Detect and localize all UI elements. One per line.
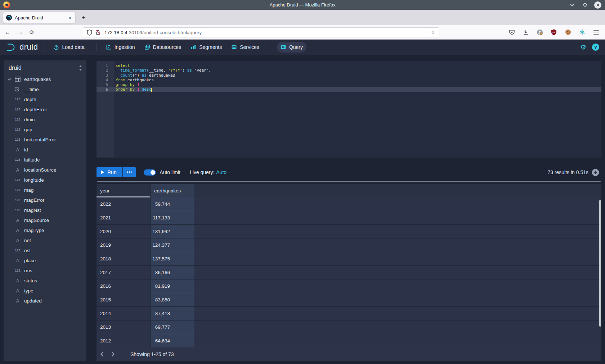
editor-line-4[interactable]: 4from earthquakes: [97, 78, 601, 82]
horizontal-scrollbar[interactable]: [97, 181, 601, 182]
maximize-icon[interactable]: [582, 2, 588, 8]
cell-earthquakes[interactable]: 124,377: [151, 238, 194, 252]
url-bar[interactable]: 172.18.0.4:30109/unified-console.html#qu…: [83, 27, 439, 37]
cell-earthquakes[interactable]: 86,166: [151, 266, 194, 279]
druid-logo-icon[interactable]: [6, 42, 17, 53]
downloads-icon[interactable]: [521, 28, 530, 37]
next-page-icon[interactable]: [107, 352, 118, 357]
editor-line-2[interactable]: 2 time_format(__time, 'YYYY') as "year",: [97, 68, 601, 73]
reload-icon[interactable]: ⟳: [30, 29, 34, 36]
cell-earthquakes[interactable]: 131,942: [151, 225, 194, 238]
table-item-earthquakes[interactable]: earthquakes: [4, 74, 86, 84]
cell-earthquakes[interactable]: 117,133: [151, 211, 194, 224]
column-name: magNst: [24, 208, 41, 213]
sql-editor[interactable]: 1select2 time_format(__time, 'YYYY') as …: [97, 61, 601, 158]
cell-earthquakes[interactable]: 81,919: [151, 279, 194, 293]
pocket-icon[interactable]: [507, 28, 516, 37]
column-item-status[interactable]: Astatus: [4, 276, 86, 286]
nav-services[interactable]: Services: [228, 42, 263, 53]
column-item-id[interactable]: Aid: [4, 145, 86, 155]
column-item-rms[interactable]: 123rms: [4, 265, 86, 276]
editor-line-6[interactable]: 6order by 1 desc: [97, 87, 601, 92]
back-icon[interactable]: ←: [4, 29, 12, 36]
auto-limit-toggle[interactable]: [144, 169, 156, 176]
column-item-depth[interactable]: 123depth: [4, 94, 86, 104]
nav-ingestion[interactable]: Ingestion: [102, 42, 139, 53]
cell-year[interactable]: 2015: [97, 293, 151, 306]
column-item-locationSource[interactable]: AlocationSource: [4, 165, 86, 175]
column-item-updated[interactable]: Aupdated: [4, 296, 86, 306]
cell-year[interactable]: 2017: [97, 266, 151, 279]
close-icon[interactable]: [594, 1, 601, 9]
nav-query[interactable]: Query: [277, 42, 306, 53]
run-more-button[interactable]: •••: [123, 167, 136, 177]
column-item-depthError[interactable]: 123depthError: [4, 104, 86, 114]
help-icon[interactable]: ?: [592, 44, 599, 51]
column-item-horizontalError[interactable]: 123horizontalError: [4, 135, 86, 145]
run-button[interactable]: Run: [97, 167, 122, 177]
column-header-year[interactable]: year: [97, 184, 151, 197]
nav-segments[interactable]: Segments: [187, 42, 225, 53]
cell-earthquakes[interactable]: 64,634: [151, 334, 194, 347]
forward-icon[interactable]: →: [17, 29, 24, 36]
column-item-gap[interactable]: 123gap: [4, 124, 86, 135]
chevron-down-icon[interactable]: [6, 78, 12, 81]
tab-close-icon[interactable]: ×: [67, 15, 72, 21]
minimize-icon[interactable]: [569, 2, 575, 8]
live-query-value[interactable]: Auto: [216, 169, 227, 175]
cell-year[interactable]: 2021: [97, 211, 151, 224]
column-item-net[interactable]: Anet: [4, 235, 86, 245]
cell-earthquakes[interactable]: 59,744: [151, 197, 194, 211]
column-item-latitude[interactable]: 123latitude: [4, 155, 86, 165]
column-item-mag[interactable]: 123mag: [4, 185, 86, 195]
multi-account-containers-icon[interactable]: [577, 28, 587, 37]
new-tab-button[interactable]: +: [79, 13, 89, 23]
menu-icon[interactable]: [591, 28, 601, 37]
nav-load-data[interactable]: Load data: [50, 42, 88, 53]
druid-wordmark[interactable]: druid: [19, 42, 38, 52]
gear-icon[interactable]: ⚙: [580, 43, 586, 51]
column-item-longitude[interactable]: 123longitude: [4, 175, 86, 185]
row-filler: [194, 211, 601, 224]
browser-tab[interactable]: Apache Druid ×: [3, 12, 76, 24]
ublock-origin-icon[interactable]: U0: [549, 28, 559, 37]
sort-columns-icon[interactable]: [79, 65, 82, 70]
shield-icon[interactable]: [87, 29, 92, 36]
editor-line-5[interactable]: 5group by 1: [97, 82, 601, 87]
column-item-type[interactable]: Atype: [4, 286, 86, 296]
cell-year[interactable]: 2012: [97, 334, 151, 347]
cell-earthquakes[interactable]: 137,575: [151, 252, 194, 265]
column-item-nst[interactable]: 123nst: [4, 245, 86, 255]
column-header-earthquakes[interactable]: earthquakes: [151, 184, 194, 197]
cell-year[interactable]: 2016: [97, 279, 151, 293]
line-number: 6: [97, 87, 114, 92]
cell-year[interactable]: 2019: [97, 238, 151, 252]
download-results-icon[interactable]: [592, 169, 599, 176]
column-item-place[interactable]: Aplace: [4, 255, 86, 265]
column-item-dmin[interactable]: 123dmin: [4, 114, 86, 124]
cell-year[interactable]: 2020: [97, 225, 151, 238]
column-item-magError[interactable]: 123magError: [4, 195, 86, 205]
column-item-magSource[interactable]: AmagSource: [4, 215, 86, 225]
cell-year[interactable]: 2014: [97, 307, 151, 320]
vertical-scrollbar[interactable]: [599, 200, 601, 327]
column-item-magType[interactable]: AmagType: [4, 225, 86, 235]
column-item-__time[interactable]: __time: [4, 84, 86, 94]
bookmark-star-icon[interactable]: ☆: [431, 29, 435, 36]
cell-year[interactable]: 2013: [97, 320, 151, 334]
cell-year[interactable]: 2018: [97, 252, 151, 265]
run-bar: Run ••• Auto limit Live query: Auto 73 r…: [97, 167, 601, 177]
cell-earthquakes[interactable]: 87,418: [151, 307, 194, 320]
cell-earthquakes[interactable]: 69,777: [151, 320, 194, 334]
nav-datasources[interactable]: Datasources: [141, 42, 185, 53]
lock-disabled-icon[interactable]: [95, 29, 101, 35]
editor-line-3[interactable]: 3 count(*) as earthquakes: [97, 73, 601, 78]
account-extension-icon[interactable]: [535, 28, 544, 37]
code-text: order by 1 desc: [114, 87, 152, 92]
cookie-extension-icon[interactable]: [563, 28, 573, 37]
column-item-magNst[interactable]: 123magNst: [4, 205, 86, 215]
editor-line-1[interactable]: 1select: [97, 63, 601, 68]
cell-earthquakes[interactable]: 83,850: [151, 293, 194, 306]
cell-year[interactable]: 2022: [97, 197, 151, 211]
previous-page-icon[interactable]: [97, 352, 107, 357]
